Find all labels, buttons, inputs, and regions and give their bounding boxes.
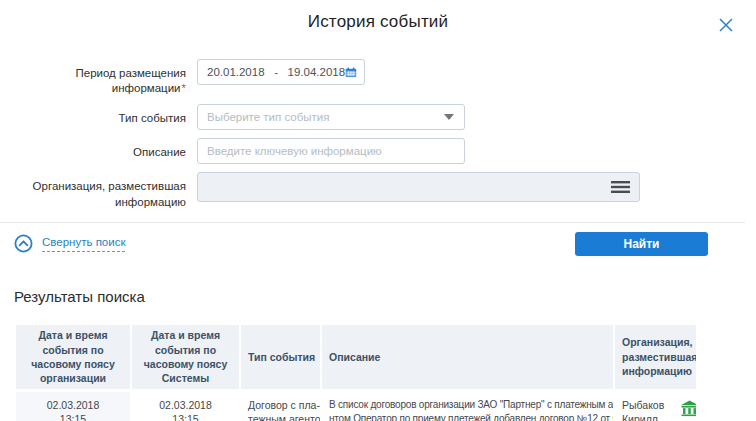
bank-icon bbox=[680, 399, 696, 418]
form-row-period: Период размещения информации* 20.01.2018… bbox=[0, 59, 756, 96]
search-button[interactable]: Найти bbox=[575, 232, 708, 256]
collapse-search-toggle[interactable]: Свернуть поиск bbox=[14, 234, 125, 253]
period-label: Период размещения информации* bbox=[0, 59, 186, 96]
event-type-label: Тип события bbox=[0, 104, 186, 126]
cell-system-time: 02.03.2018 13:15 (UTC+3) bbox=[132, 392, 239, 421]
form-row-organization: Организация, разместившая информацию bbox=[0, 172, 756, 209]
form-row-description: Описание bbox=[0, 138, 756, 164]
event-type-placeholder: Выберите тип события bbox=[207, 111, 330, 123]
table-row[interactable]: 02.03.2018 13:15 (UTC+3) 02.03.2018 13:1… bbox=[16, 392, 696, 421]
event-history-modal: История событий Период размещения информ… bbox=[0, 12, 756, 421]
description-label: Описание bbox=[0, 138, 186, 160]
column-header-organization: Организация, разместившая информацию bbox=[615, 325, 696, 389]
column-header-description: Описание bbox=[322, 325, 613, 389]
organization-picker[interactable] bbox=[197, 172, 640, 202]
collapse-search-link[interactable]: Свернуть поиск bbox=[42, 236, 125, 252]
search-actions-row: Свернуть поиск Найти bbox=[14, 232, 708, 256]
description-input[interactable] bbox=[197, 138, 465, 164]
cell-organization: Рыбаков Кирилл Алексеевич bbox=[615, 392, 696, 421]
calendar-icon[interactable] bbox=[345, 65, 357, 80]
chevron-down-icon bbox=[444, 114, 454, 120]
table-header-row: Дата и время события по часовому поясу о… bbox=[16, 325, 696, 389]
column-header-system-time: Дата и время события по часовому поясу С… bbox=[132, 325, 239, 389]
cell-org-time: 02.03.2018 13:15 (UTC+3) bbox=[16, 392, 130, 421]
cell-event-type: Договор с пла- тежным агентом добавлен bbox=[241, 392, 320, 421]
form-row-event-type: Тип события Выберите тип события bbox=[0, 104, 756, 130]
period-date-range-input[interactable]: 20.01.2018 - 19.04.2018 bbox=[197, 59, 365, 85]
chevron-up-circle-icon[interactable] bbox=[14, 234, 33, 253]
cell-description: В список договоров организации ЗАО "Парт… bbox=[322, 392, 613, 421]
organization-name: Рыбаков Кирилл Алексеевич bbox=[622, 398, 680, 421]
required-asterisk: * bbox=[182, 82, 186, 94]
form-divider bbox=[0, 222, 745, 223]
hamburger-icon[interactable] bbox=[611, 180, 630, 194]
page-title: История событий bbox=[0, 12, 756, 32]
search-form: Период размещения информации* 20.01.2018… bbox=[0, 59, 756, 210]
results-heading: Результаты поиска bbox=[14, 288, 756, 305]
column-header-event-type: Тип события bbox=[241, 325, 320, 389]
column-header-org-time: Дата и время события по часовому поясу о… bbox=[16, 325, 130, 389]
period-date-value: 20.01.2018 - 19.04.2018 bbox=[207, 66, 345, 78]
results-table: Дата и время события по часовому поясу о… bbox=[16, 325, 696, 421]
event-type-select[interactable]: Выберите тип события bbox=[197, 104, 465, 130]
organization-label: Организация, разместившая информацию bbox=[0, 172, 186, 209]
close-icon[interactable] bbox=[718, 17, 734, 33]
